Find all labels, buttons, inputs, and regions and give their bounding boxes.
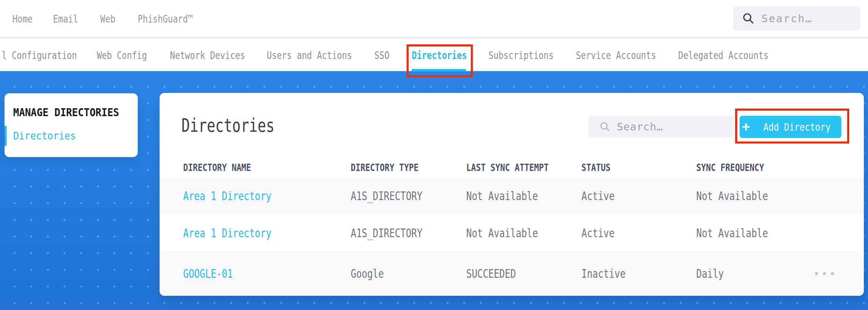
topnav-item-home[interactable]: Home [12,12,37,25]
table-row: Area 1 Directory A1S_DIRECTORY Not Avail… [160,214,864,251]
directories-search [588,116,733,137]
topnav-item-phishguard[interactable]: PhishGuard™ [138,12,207,25]
settings-tab-bar: l Configuration Web Config Network Devic… [0,39,868,71]
page-title: Directories [181,114,306,136]
active-tab-underline [412,69,466,71]
tab-users-and-actions[interactable]: Users and Actions [267,49,373,61]
tab-delegated-accounts[interactable]: Delegated Accounts [678,49,791,61]
plus-icon: + [742,120,750,133]
add-directory-label: Add Directory [763,121,831,133]
table-row: GOOGLE-01 Google SUCCEEDED Inactive Dail… [160,251,864,296]
table-body: Area 1 Directory A1S_DIRECTORY Not Avail… [160,178,864,296]
column-status: STATUS [581,162,618,173]
tab-subscriptions[interactable]: Subscriptions [488,49,570,61]
directory-type-cell: Google [351,267,392,281]
status-cell: Active [581,189,623,203]
directory-type-cell: A1S_DIRECTORY [351,189,440,203]
search-icon [599,121,611,132]
last-sync-cell: Not Available [466,189,556,203]
global-search [733,6,860,31]
row-menu-ellipsis-icon[interactable]: ••• [814,268,837,279]
topnav-item-email[interactable]: Email [53,12,84,25]
table-row: Area 1 Directory A1S_DIRECTORY Not Avail… [160,178,864,214]
column-directory-name: DIRECTORY NAME [183,162,268,173]
table-header-row: DIRECTORY NAME DIRECTORY TYPE LAST SYNC … [160,162,864,173]
sidebar-item-directories[interactable]: Directories [13,129,84,142]
search-icon [742,12,755,25]
manage-directories-card: MANAGE DIRECTORIES Directories [5,93,138,157]
content-background: MANAGE DIRECTORIES Directories Directori… [0,71,868,310]
directories-search-input[interactable] [617,121,721,133]
tab-service-accounts[interactable]: Service Accounts [576,49,676,61]
sync-frequency-cell: Not Available [696,226,786,240]
active-item-accent-bar [5,126,7,146]
top-header: Home Email Web PhishGuard™ [0,0,868,38]
tab-configuration[interactable]: l Configuration [2,49,96,61]
directory-name-link[interactable]: GOOGLE-01 [183,267,245,281]
status-cell: Active [581,226,623,240]
directory-type-cell: A1S_DIRECTORY [351,226,440,240]
sidebar-title: MANAGE DIRECTORIES [13,106,134,119]
last-sync-cell: Not Available [466,226,556,240]
sync-frequency-cell: Daily [696,267,731,281]
column-sync-frequency: SYNC FREQUENCY [696,162,781,173]
column-directory-type: DIRECTORY TYPE [351,162,435,173]
directories-card: Directories + Add Directory DIRECTORY NA… [160,93,864,296]
tab-network-devices[interactable]: Network Devices [170,49,264,61]
column-last-sync-attempt: LAST SYNC ATTEMPT [466,162,569,173]
tab-directories[interactable]: Directories [412,49,481,61]
app-window: Home Email Web PhishGuard™ l Configurati… [0,0,868,310]
topnav-item-web[interactable]: Web [100,12,119,25]
add-directory-button[interactable]: + Add Directory [740,116,841,138]
status-cell: Inactive [581,267,637,281]
directory-name-link[interactable]: Area 1 Directory [183,226,293,240]
directory-name-link[interactable]: Area 1 Directory [183,189,293,203]
global-search-input[interactable] [761,12,852,25]
sync-frequency-cell: Not Available [696,189,786,203]
tab-web-config[interactable]: Web Config [97,49,160,61]
last-sync-cell: SUCCEEDED [466,267,528,281]
tab-sso[interactable]: SSO [374,49,393,61]
